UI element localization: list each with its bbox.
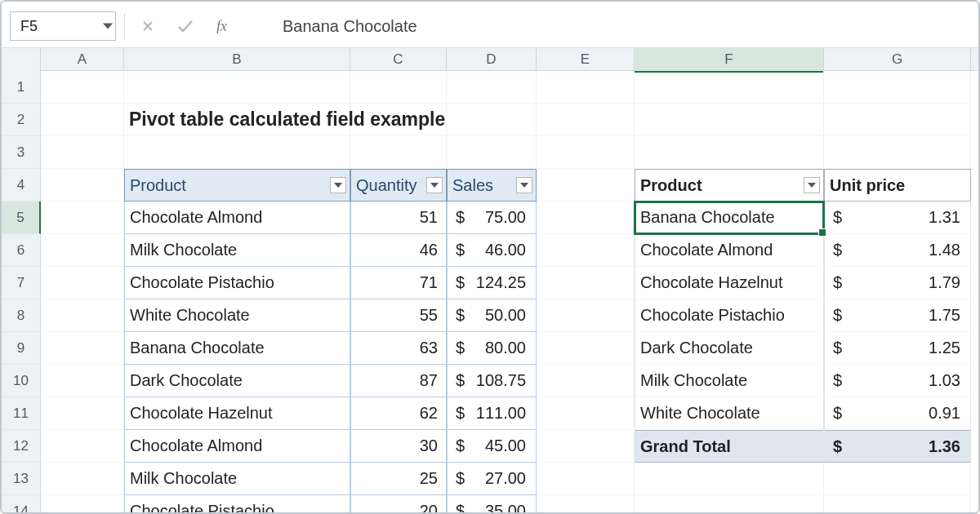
table-row[interactable]: Chocolate Hazelnut xyxy=(124,397,350,430)
cell[interactable] xyxy=(41,136,124,169)
col-header[interactable]: G xyxy=(824,48,971,73)
filter-dropdown-icon[interactable] xyxy=(426,177,443,193)
enter-icon[interactable] xyxy=(177,20,194,33)
table-row[interactable]: $27.00 xyxy=(447,463,537,495)
select-all-corner[interactable] xyxy=(2,48,41,73)
table-row[interactable]: Chocolate Almond xyxy=(124,430,350,463)
cell[interactable] xyxy=(537,495,635,514)
cell[interactable] xyxy=(635,136,824,169)
cell[interactable] xyxy=(537,104,635,136)
cell[interactable] xyxy=(41,71,124,104)
row-header[interactable]: 5 xyxy=(2,202,41,234)
cell[interactable] xyxy=(537,234,635,267)
cell[interactable] xyxy=(350,136,447,169)
cell[interactable] xyxy=(41,169,124,202)
row-header[interactable]: 4 xyxy=(2,169,41,202)
pivot-cell[interactable]: $1.75 xyxy=(824,299,971,332)
cell[interactable] xyxy=(41,397,124,430)
cell[interactable] xyxy=(447,104,537,136)
table-row[interactable]: White Chocolate xyxy=(124,299,350,332)
grid-body[interactable]: 1 2 Pivot table calculated field example… xyxy=(2,71,978,514)
row-header[interactable]: 13 xyxy=(2,463,41,495)
pivot-cell[interactable]: $1.03 xyxy=(824,365,971,397)
table-row[interactable]: Milk Chocolate xyxy=(124,463,350,495)
selected-cell[interactable]: Banana Chocolate xyxy=(635,202,824,234)
pivot-cell[interactable]: $1.31 xyxy=(824,202,971,234)
cell[interactable] xyxy=(635,71,824,104)
row-header[interactable]: 6 xyxy=(2,234,41,267)
table-header-quantity[interactable]: Quantity xyxy=(350,169,447,202)
row-header[interactable]: 10 xyxy=(2,365,41,397)
row-header[interactable]: 1 xyxy=(2,71,41,104)
cell[interactable] xyxy=(41,430,124,463)
row-header[interactable]: 11 xyxy=(2,397,41,430)
cell[interactable] xyxy=(41,299,124,332)
cell[interactable] xyxy=(41,234,124,267)
pivot-grand-total-label[interactable]: Grand Total xyxy=(635,430,824,463)
formula-input[interactable]: Banana Chocolate xyxy=(249,11,970,41)
cell[interactable] xyxy=(537,136,635,169)
col-header[interactable]: E xyxy=(537,48,635,73)
table-row[interactable]: $75.00 xyxy=(447,202,537,234)
fx-icon[interactable]: fx xyxy=(216,19,233,33)
table-row[interactable]: $108.75 xyxy=(447,365,537,397)
cell[interactable] xyxy=(350,104,447,136)
table-row[interactable]: 87 xyxy=(350,365,447,397)
pivot-cell[interactable]: Chocolate Hazelnut xyxy=(635,267,824,299)
pivot-grand-total-value[interactable]: $1.36 xyxy=(824,430,971,463)
table-row[interactable]: Banana Chocolate xyxy=(124,332,350,365)
table-row[interactable]: 20 xyxy=(350,495,447,514)
table-row[interactable]: $80.00 xyxy=(447,332,537,365)
table-row[interactable]: $35.00 xyxy=(447,495,537,514)
table-row[interactable]: 30 xyxy=(350,430,447,463)
table-header-product[interactable]: Product xyxy=(124,169,350,202)
pivot-cell[interactable]: $1.48 xyxy=(824,234,971,267)
row-header[interactable]: 9 xyxy=(2,332,41,365)
row-header[interactable]: 3 xyxy=(2,136,41,169)
cell[interactable] xyxy=(41,463,124,495)
row-header[interactable]: 2 xyxy=(2,104,41,136)
table-row[interactable]: $124.25 xyxy=(447,267,537,299)
cell[interactable] xyxy=(41,104,124,136)
cell[interactable] xyxy=(124,136,350,169)
col-header[interactable]: D xyxy=(447,48,537,73)
table-row[interactable]: 55 xyxy=(350,299,447,332)
pivot-header-unit-price[interactable]: Unit price xyxy=(824,169,971,202)
cell[interactable] xyxy=(824,104,971,136)
pivot-cell[interactable]: $1.79 xyxy=(824,267,971,299)
table-row[interactable]: Chocolate Pistachio xyxy=(124,495,350,514)
pivot-header-product[interactable]: Product xyxy=(635,169,824,202)
cell[interactable] xyxy=(635,104,824,136)
cell[interactable] xyxy=(447,71,537,104)
table-row[interactable]: Chocolate Almond xyxy=(124,202,350,234)
cell[interactable] xyxy=(537,430,635,463)
cell[interactable] xyxy=(824,136,971,169)
col-header[interactable]: B xyxy=(124,48,350,73)
cell[interactable] xyxy=(537,463,635,495)
cell[interactable] xyxy=(635,463,824,495)
table-row[interactable]: Milk Chocolate xyxy=(124,234,350,267)
table-row[interactable]: $50.00 xyxy=(447,299,537,332)
cell[interactable] xyxy=(447,136,537,169)
row-header[interactable]: 12 xyxy=(2,430,41,463)
cell[interactable] xyxy=(537,332,635,365)
table-row[interactable]: 71 xyxy=(350,267,447,299)
pivot-cell[interactable]: White Chocolate xyxy=(635,397,824,430)
cell[interactable] xyxy=(124,71,350,104)
table-row[interactable]: Chocolate Pistachio xyxy=(124,267,350,299)
col-header[interactable]: C xyxy=(350,48,447,73)
table-header-sales[interactable]: Sales xyxy=(447,169,537,202)
pivot-cell[interactable]: Chocolate Almond xyxy=(635,234,824,267)
cell[interactable] xyxy=(537,202,635,234)
cell[interactable] xyxy=(350,71,447,104)
pivot-cell[interactable]: $0.91 xyxy=(824,397,971,430)
name-box[interactable]: F5 xyxy=(10,11,116,41)
table-row[interactable]: 25 xyxy=(350,463,447,495)
cell[interactable] xyxy=(537,169,635,202)
col-header[interactable]: A xyxy=(41,48,124,73)
cell[interactable] xyxy=(824,463,971,495)
filter-dropdown-icon[interactable] xyxy=(516,177,532,193)
table-row[interactable]: 62 xyxy=(350,397,447,430)
cell[interactable] xyxy=(537,299,635,332)
pivot-cell[interactable]: Milk Chocolate xyxy=(635,365,824,397)
